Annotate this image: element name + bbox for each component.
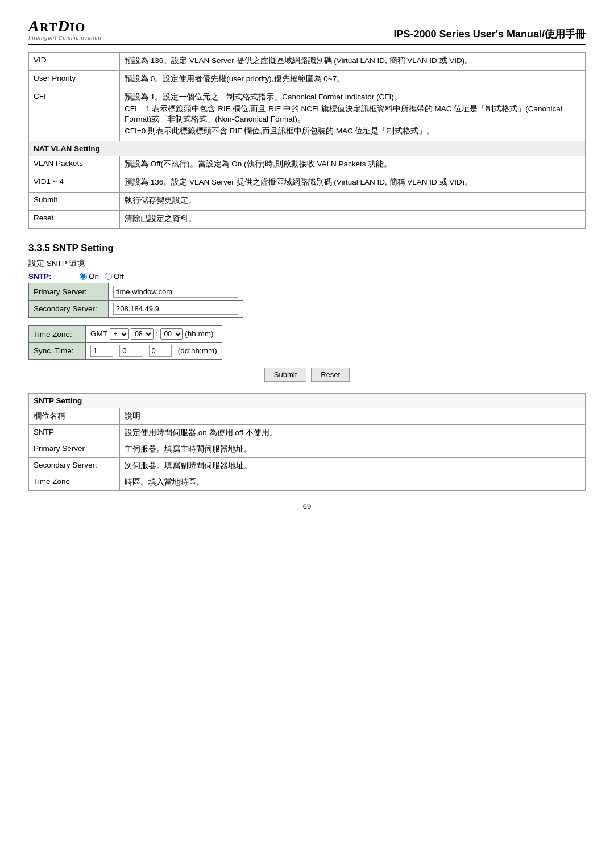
table-label-cell: CFI xyxy=(29,89,120,141)
explain-col1: Secondary Server: xyxy=(29,458,120,474)
logo-sub: Intelligent Communication xyxy=(28,35,102,41)
table-label-cell: VLAN Packets xyxy=(29,156,120,174)
primary-server-row: Primary Server: xyxy=(29,283,243,301)
table-section-header: NAT VLAN Setting xyxy=(29,141,586,156)
section-35-heading: 3.3.5 SNTP Setting xyxy=(28,243,586,254)
table-label-cell: Reset xyxy=(29,211,120,229)
timezone-sign-select[interactable]: + - xyxy=(110,328,129,340)
table-content-cell: 預設為 0。設定使用者優先權(user priority),優先權範圍為 0~7… xyxy=(120,71,586,89)
timezone-minute-select[interactable]: 00153045 xyxy=(160,328,183,340)
table-content-cell: 預設為 1。設定一個位元之「制式格式指示」Canonical Format In… xyxy=(120,89,586,141)
radio-on[interactable] xyxy=(80,273,87,280)
page-title: IPS-2000 Series User's Manual/使用手冊 xyxy=(394,27,586,41)
table-label-cell: User Priority xyxy=(29,71,120,89)
table-content-cell: 清除已設定之資料。 xyxy=(120,211,586,229)
sntp-label: SNTP: xyxy=(28,272,80,281)
table-content-cell: 預設為 136。設定 VLAN Server 提供之虛擬區域網路識別碼 (Vir… xyxy=(120,174,586,193)
form-button-row: Submit Reset xyxy=(28,368,586,382)
secondary-server-row: Secondary Server: xyxy=(29,301,243,318)
sync-time-row: Sync. Time: (dd:hh:mm) xyxy=(29,343,222,360)
table-content-cell: 預設為 136。設定 VLAN Server 提供之虛擬區域網路識別碼 (Vir… xyxy=(120,53,586,71)
gmt-text: GMT xyxy=(90,329,107,338)
page-number: 69 xyxy=(28,502,586,511)
timezone-row: Time Zone: GMT + - 000102030405060708091… xyxy=(29,326,222,343)
timezone-form-table: Time Zone: GMT + - 000102030405060708091… xyxy=(28,326,222,360)
timezone-cell: GMT + - 00010203040506070809101112 : 001… xyxy=(86,326,222,343)
reset-button[interactable]: Reset xyxy=(311,368,350,382)
explain-col1: 欄位名稱 xyxy=(29,408,120,425)
explain-col2: 次伺服器。填寫副時間伺服器地址。 xyxy=(120,458,586,474)
sync-time-cell: (dd:hh:mm) xyxy=(86,343,222,360)
sntp-block: 3.3.5 SNTP Setting 設定 SNTP 環境 SNTP: On O… xyxy=(28,243,586,382)
explain-table-row: SNTP設定使用時間伺服器,on 為使用,off 不使用。 xyxy=(29,425,586,441)
table-row: Submit執行儲存變更設定。 xyxy=(29,193,586,211)
table-row: VLAN Packets預設為 Off(不執行)。當設定為 On (執行)時,則… xyxy=(29,156,586,174)
radio-off[interactable] xyxy=(105,273,112,280)
explain-table-header-cell: SNTP Setting xyxy=(29,394,586,408)
explain-col1: Primary Server xyxy=(29,441,120,458)
table-content-cell: 執行儲存變更設定。 xyxy=(120,193,586,211)
explain-col2: 說明 xyxy=(120,408,586,425)
table-row: VID預設為 136。設定 VLAN Server 提供之虛擬區域網路識別碼 (… xyxy=(29,53,586,71)
logo-area: ARTDIO Intelligent Communication xyxy=(28,17,102,41)
primary-server-cell xyxy=(109,283,243,301)
table-label-cell: VID xyxy=(29,53,120,71)
sync-time-label: Sync. Time: xyxy=(29,343,86,360)
explain-table-row: 欄位名稱說明 xyxy=(29,408,586,425)
table-label-cell: VID1 ~ 4 xyxy=(29,174,120,193)
secondary-server-input[interactable] xyxy=(113,303,238,315)
timezone-suffix: (hh:mm) xyxy=(185,329,213,338)
submit-button[interactable]: Submit xyxy=(264,368,306,382)
explain-table-row: Primary Server主伺服器。填寫主時間伺服器地址。 xyxy=(29,441,586,458)
sync-dd-input[interactable] xyxy=(90,345,113,357)
sync-time-suffix: (dd:hh:mm) xyxy=(178,347,217,355)
explain-table: SNTP Setting欄位名稱說明SNTP設定使用時間伺服器,on 為使用,o… xyxy=(28,393,586,491)
sync-mm-input[interactable] xyxy=(149,345,172,357)
explain-col2: 主伺服器。填寫主時間伺服器地址。 xyxy=(120,441,586,458)
sntp-radio-group[interactable]: On Off xyxy=(80,272,124,281)
explain-table-row: Secondary Server:次伺服器。填寫副時間伺服器地址。 xyxy=(29,458,586,474)
main-content-table: VID預設為 136。設定 VLAN Server 提供之虛擬區域網路識別碼 (… xyxy=(28,52,586,229)
sync-hh-input[interactable] xyxy=(119,345,142,357)
primary-server-input[interactable] xyxy=(113,286,238,298)
table-label-cell: Submit xyxy=(29,193,120,211)
radio-on-label[interactable]: On xyxy=(80,272,99,281)
explain-col1: Time Zone xyxy=(29,474,120,491)
secondary-server-cell xyxy=(109,301,243,318)
explain-table-header-row: SNTP Setting xyxy=(29,394,586,408)
server-form-table: Primary Server: Secondary Server: xyxy=(28,283,243,318)
table-row: User Priority預設為 0。設定使用者優先權(user priorit… xyxy=(29,71,586,89)
table-row: CFI預設為 1。設定一個位元之「制式格式指示」Canonical Format… xyxy=(29,89,586,141)
section-header-cell: NAT VLAN Setting xyxy=(29,141,586,156)
secondary-server-label: Secondary Server: xyxy=(29,301,109,318)
explain-col2: 設定使用時間伺服器,on 為使用,off 不使用。 xyxy=(120,425,586,441)
radio-on-text: On xyxy=(89,272,99,281)
logo-main: ARTDIO xyxy=(28,17,102,35)
radio-off-text: Off xyxy=(114,272,124,281)
explain-col2: 時區。填入當地時區。 xyxy=(120,474,586,491)
primary-server-label: Primary Server: xyxy=(29,283,109,301)
timezone-hour-select[interactable]: 00010203040506070809101112 xyxy=(131,328,154,340)
sntp-desc: 設定 SNTP 環境 xyxy=(28,258,586,269)
radio-off-label[interactable]: Off xyxy=(105,272,124,281)
sntp-env-row: SNTP: On Off xyxy=(28,272,586,281)
explain-table-row: Time Zone時區。填入當地時區。 xyxy=(29,474,586,491)
table-row: Reset清除已設定之資料。 xyxy=(29,211,586,229)
table-row: VID1 ~ 4預設為 136。設定 VLAN Server 提供之虛擬區域網路… xyxy=(29,174,586,193)
explain-col1: SNTP xyxy=(29,425,120,441)
table-content-cell: 預設為 Off(不執行)。當設定為 On (執行)時,則啟動接收 VALN Pa… xyxy=(120,156,586,174)
timezone-label: Time Zone: xyxy=(29,326,86,343)
page-header: ARTDIO Intelligent Communication IPS-200… xyxy=(28,17,586,45)
